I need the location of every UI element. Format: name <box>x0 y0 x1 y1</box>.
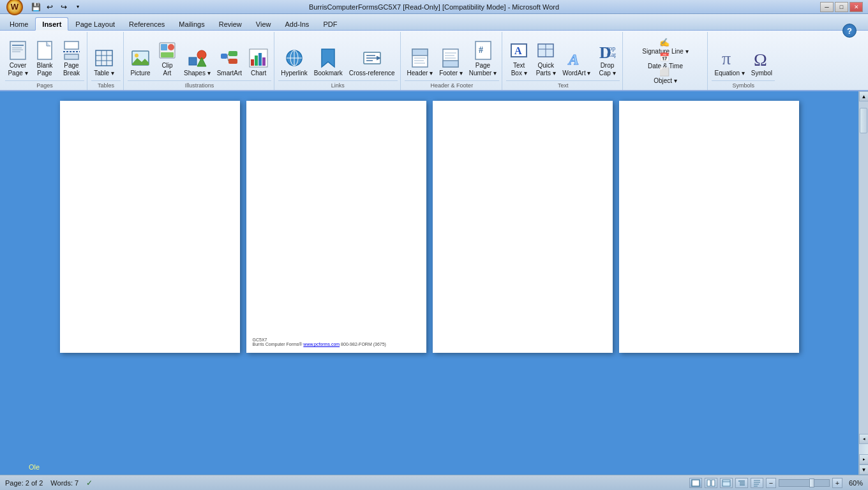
ribbon-group-tables-content: Table ▾ <box>91 33 121 79</box>
object-icon: ⬜ <box>659 67 670 77</box>
tab-review[interactable]: Review <box>212 17 249 30</box>
svg-rect-17 <box>161 44 167 50</box>
tab-references[interactable]: References <box>122 17 172 30</box>
web-layout-button[interactable] <box>720 478 733 488</box>
page-break-icon <box>61 40 82 61</box>
signature-line-button[interactable]: ✍ Signature Line ▾ <box>627 36 703 50</box>
bookmark-icon <box>318 48 338 68</box>
equation-label: Equation ▾ <box>714 70 744 77</box>
header-button[interactable]: Header ▾ <box>405 36 436 79</box>
help-button[interactable]: ? <box>842 24 857 38</box>
page-2-footer: GC5X7 Burris Computer Forms® www.pcforms… <box>253 338 386 346</box>
date-time-button[interactable]: 📅 Date & Time <box>627 50 703 64</box>
pages-container: GC5X7 Burris Computer Forms® www.pcforms… <box>57 98 802 356</box>
svg-line-27 <box>227 56 228 61</box>
quick-parts-button[interactable]: QuickParts ▾ <box>533 36 558 79</box>
redo-button[interactable]: ↪ <box>57 1 70 13</box>
tab-addins[interactable]: Add-Ins <box>278 17 316 30</box>
scroll-page-up-button[interactable]: ◂ <box>859 434 868 444</box>
save-button[interactable]: 💾 <box>29 1 42 13</box>
equation-button[interactable]: π Equation ▾ <box>712 36 747 79</box>
footer-button[interactable]: Footer ▾ <box>437 36 465 79</box>
chart-icon <box>248 48 269 68</box>
scroll-thumb[interactable] <box>860 108 867 133</box>
wordart-button[interactable]: AA WordArt ▾ <box>560 36 593 79</box>
scroll-down-button[interactable]: ▼ <box>859 464 868 475</box>
tab-view[interactable]: View <box>249 17 278 30</box>
svg-point-18 <box>168 44 174 50</box>
hyperlink-label: Hyperlink <box>281 70 308 77</box>
tab-mailings[interactable]: Mailings <box>172 17 211 30</box>
svg-text:A: A <box>514 45 522 56</box>
smartart-icon <box>219 48 239 68</box>
table-icon <box>94 48 114 68</box>
ribbon-group-tables: Table ▾ Tables <box>89 32 124 90</box>
bookmark-button[interactable]: Bookmark <box>311 36 345 79</box>
zoom-in-button[interactable]: + <box>832 478 842 488</box>
shapes-icon <box>187 48 207 68</box>
restore-button[interactable]: □ <box>835 2 848 12</box>
tab-pdf[interactable]: PDF <box>316 17 344 30</box>
qa-dropdown-button[interactable]: ▾ <box>71 1 84 13</box>
ribbon-group-text-content: A TextBox ▾ QuickParts ▾ AA WordArt ▾ Dr… <box>506 33 620 79</box>
word-count: Words: 7 <box>50 479 79 487</box>
undo-button[interactable]: ↩ <box>43 1 56 13</box>
svg-rect-31 <box>258 53 262 66</box>
office-button-inner: W <box>9 1 20 13</box>
scroll-up-button[interactable]: ▲ <box>859 91 868 101</box>
illustrations-group-label: Illustrations <box>128 80 271 90</box>
svg-rect-25 <box>228 59 237 64</box>
draft-button[interactable] <box>751 478 763 488</box>
ribbon-group-hf-content: Header ▾ Footer ▾ # PageNumber ▾ <box>405 33 500 79</box>
full-screen-button[interactable] <box>705 478 717 488</box>
page-break-button[interactable]: PageBreak <box>59 36 84 79</box>
print-layout-button[interactable] <box>689 478 702 488</box>
clip-art-button[interactable]: ClipArt <box>154 36 180 79</box>
links-group-label: Links <box>278 80 397 90</box>
drop-cap-button[interactable]: DropCap DropCap ▾ <box>594 36 620 79</box>
zoom-out-button[interactable]: − <box>766 478 776 488</box>
hyperlink-button[interactable]: Hyperlink <box>278 36 310 79</box>
text-box-button[interactable]: A TextBox ▾ <box>506 36 532 79</box>
object-button[interactable]: ⬜ Object ▾ <box>627 65 703 79</box>
svg-rect-0 <box>10 41 26 59</box>
clip-art-label: ClipArt <box>161 62 172 77</box>
page-2-footer-line2: Burris Computer Forms® www.pcforms.com B… <box>253 342 386 346</box>
cover-page-button[interactable]: CoverPage ▾ <box>5 36 31 79</box>
close-button[interactable]: ✕ <box>849 2 863 12</box>
cross-reference-button[interactable]: Cross-reference <box>347 36 398 79</box>
status-left: Page: 2 of 2 Words: 7 ✓ <box>5 479 93 487</box>
svg-text:Cap: Cap <box>607 51 616 58</box>
symbol-button[interactable]: Ω Symbol <box>749 36 775 79</box>
office-button[interactable]: W <box>6 0 23 15</box>
vertical-scrollbar[interactable]: ▲ ◂ ⋮ ▸ ▼ <box>858 91 868 475</box>
tab-home[interactable]: Home <box>3 17 35 30</box>
blank-page-button[interactable]: BlankPage <box>32 36 57 79</box>
header-label: Header ▾ <box>407 70 433 77</box>
tab-pagelayout[interactable]: Page Layout <box>68 17 122 30</box>
title-bar: W 💾 ↩ ↪ ▾ BurrisComputerFormsGC5X7 [Read… <box>0 0 868 14</box>
blank-page-label: BlankPage <box>36 62 52 77</box>
svg-rect-19 <box>161 52 174 57</box>
zoom-slider[interactable] <box>779 479 830 487</box>
text-group-label: Text <box>506 80 620 90</box>
clip-art-icon <box>157 40 177 61</box>
zoom-thumb[interactable] <box>809 479 814 487</box>
svg-rect-52 <box>475 41 491 59</box>
shapes-button[interactable]: Shapes ▾ <box>181 36 213 79</box>
ribbon: CoverPage ▾ BlankPage PageBreak Pages <box>0 31 868 91</box>
outline-button[interactable] <box>735 478 748 488</box>
zoom-out-icon: − <box>769 479 773 487</box>
svg-rect-30 <box>255 56 258 66</box>
smartart-button[interactable]: SmartArt <box>214 36 244 79</box>
page-2-footer-line1: GC5X7 <box>253 338 386 342</box>
page-number-button[interactable]: # PageNumber ▾ <box>467 36 499 79</box>
ribbon-group-pages: CoverPage ▾ BlankPage PageBreak Pages <box>3 32 87 90</box>
chart-button[interactable]: Chart <box>246 36 271 79</box>
tab-insert[interactable]: Insert <box>35 17 68 31</box>
picture-button[interactable]: Picture <box>128 36 153 79</box>
table-button[interactable]: Table ▾ <box>91 36 117 79</box>
shapes-label: Shapes ▾ <box>184 70 211 77</box>
minimize-button[interactable]: ─ <box>820 2 834 12</box>
scroll-page-down-button[interactable]: ▸ <box>859 454 868 464</box>
